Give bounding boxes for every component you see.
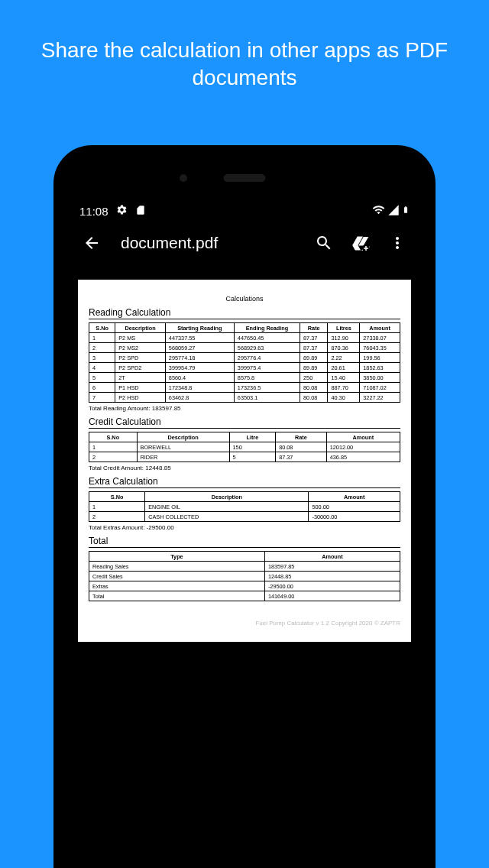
totals-heading: Total bbox=[89, 536, 400, 548]
app-bar: document.pdf bbox=[70, 223, 419, 263]
pdf-title: Calculations bbox=[89, 295, 400, 303]
phone-camera bbox=[180, 174, 187, 182]
screen: 11:08 bbox=[70, 199, 419, 868]
battery-icon bbox=[402, 203, 410, 219]
credit-total: Total Credit Amount: 12448.85 bbox=[89, 465, 400, 471]
extra-heading: Extra Calculation bbox=[89, 476, 400, 488]
pdf-document[interactable]: Calculations Reading Calculation S.NoDes… bbox=[78, 280, 411, 642]
phone-frame: 11:08 bbox=[53, 145, 436, 868]
credit-heading: Credit Calculation bbox=[89, 416, 400, 429]
signal-icon bbox=[387, 204, 400, 219]
extra-total: Total Extras Amount: -29500.00 bbox=[89, 524, 400, 531]
reading-total: Total Reading Amount: 183597.85 bbox=[89, 405, 400, 412]
pdf-footer: Fuel Pump Calculator v 1.2 Copyright 202… bbox=[89, 620, 400, 627]
status-time: 11:08 bbox=[79, 205, 108, 218]
page-title: document.pdf bbox=[121, 234, 315, 252]
wifi-icon bbox=[372, 203, 385, 219]
status-bar: 11:08 bbox=[70, 199, 419, 223]
credit-table: S.NoDescriptionLitreRateAmount1BOREWELL1… bbox=[89, 432, 400, 462]
reading-heading: Reading Calculation bbox=[89, 307, 400, 319]
drive-add-button[interactable] bbox=[351, 234, 370, 252]
back-button[interactable] bbox=[83, 234, 101, 252]
phone-speaker bbox=[224, 174, 266, 182]
sd-card-icon bbox=[135, 205, 146, 218]
reading-table: S.NoDescriptionStarting ReadingEnding Re… bbox=[89, 322, 400, 403]
search-button[interactable] bbox=[315, 234, 333, 252]
promo-text: Share the calculation in other apps as P… bbox=[0, 0, 489, 108]
extra-table: S.NoDescriptionAmount1ENGINE OIL500.002C… bbox=[89, 491, 400, 522]
gear-icon bbox=[116, 204, 128, 218]
more-button[interactable] bbox=[388, 234, 406, 252]
totals-table: TypeAmountReading Sales183597.85Credit S… bbox=[89, 551, 400, 601]
